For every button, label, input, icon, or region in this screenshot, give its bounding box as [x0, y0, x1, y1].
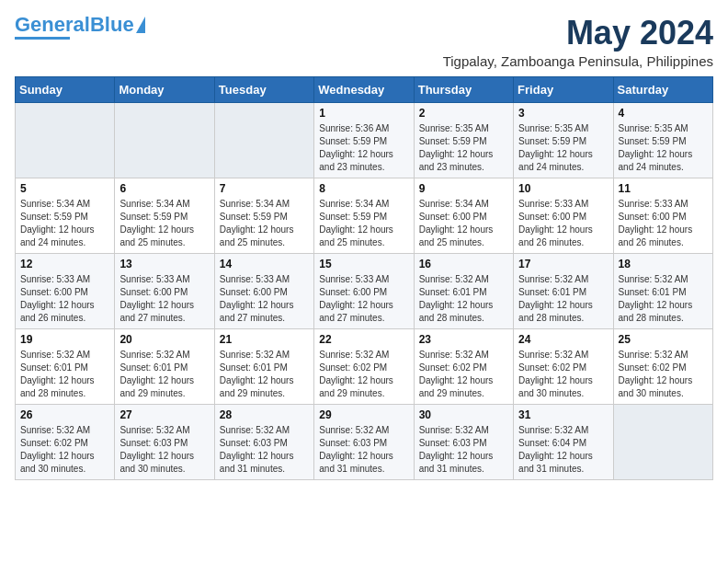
daylight-text: Daylight: 12 hours and 27 minutes.	[119, 299, 209, 325]
sunset-text: Sunset: 6:02 PM	[619, 362, 708, 374]
day-info: Sunrise: 5:32 AMSunset: 6:01 PMDaylight:…	[119, 349, 209, 400]
day-info: Sunrise: 5:32 AMSunset: 6:02 PMDaylight:…	[619, 349, 708, 400]
sunset-text: Sunset: 6:00 PM	[20, 286, 109, 299]
day-info: Sunrise: 5:33 AMSunset: 6:00 PMDaylight:…	[619, 198, 708, 249]
calendar-cell: 25Sunrise: 5:32 AMSunset: 6:02 PMDayligh…	[613, 328, 712, 404]
daylight-text: Daylight: 12 hours and 31 minutes.	[419, 450, 508, 476]
calendar-cell: 21Sunrise: 5:32 AMSunset: 6:01 PMDayligh…	[214, 328, 313, 404]
day-info: Sunrise: 5:32 AMSunset: 6:01 PMDaylight:…	[518, 273, 608, 325]
calendar-cell: 9Sunrise: 5:34 AMSunset: 6:00 PMDaylight…	[414, 178, 513, 253]
sunset-text: Sunset: 5:59 PM	[319, 135, 408, 148]
header-wednesday: Wednesday	[314, 76, 414, 102]
calendar-cell	[214, 102, 313, 178]
sunset-text: Sunset: 6:03 PM	[319, 437, 408, 450]
daylight-text: Daylight: 12 hours and 23 minutes.	[419, 148, 508, 174]
day-number: 4	[619, 107, 708, 120]
day-number: 16	[419, 258, 508, 270]
calendar-week-row: 5Sunrise: 5:34 AMSunset: 5:59 PMDaylight…	[16, 178, 713, 253]
sunset-text: Sunset: 6:00 PM	[119, 286, 209, 299]
sunset-text: Sunset: 6:00 PM	[220, 286, 309, 299]
day-info: Sunrise: 5:33 AMSunset: 6:00 PMDaylight:…	[220, 273, 309, 325]
day-info: Sunrise: 5:33 AMSunset: 6:00 PMDaylight:…	[319, 273, 408, 325]
sunset-text: Sunset: 5:59 PM	[518, 135, 608, 148]
sunset-text: Sunset: 6:00 PM	[619, 211, 708, 224]
day-info: Sunrise: 5:32 AMSunset: 6:01 PMDaylight:…	[220, 349, 309, 400]
sunrise-text: Sunrise: 5:33 AM	[220, 273, 309, 286]
sunset-text: Sunset: 6:00 PM	[518, 211, 608, 224]
logo-triangle-icon	[136, 17, 145, 33]
logo: GeneralBlue	[15, 15, 145, 40]
calendar-cell: 19Sunrise: 5:32 AMSunset: 6:01 PMDayligh…	[16, 328, 115, 404]
day-number: 2	[419, 107, 508, 120]
day-number: 28	[220, 408, 309, 421]
sunrise-text: Sunrise: 5:34 AM	[220, 198, 309, 211]
day-number: 1	[319, 107, 408, 120]
daylight-text: Daylight: 12 hours and 29 minutes.	[319, 374, 408, 400]
daylight-text: Daylight: 12 hours and 28 minutes.	[20, 374, 109, 400]
daylight-text: Daylight: 12 hours and 28 minutes.	[419, 299, 508, 325]
sunrise-text: Sunrise: 5:32 AM	[619, 273, 708, 286]
calendar-cell: 5Sunrise: 5:34 AMSunset: 5:59 PMDaylight…	[16, 178, 115, 253]
day-info: Sunrise: 5:32 AMSunset: 6:01 PMDaylight:…	[619, 273, 708, 325]
day-info: Sunrise: 5:32 AMSunset: 6:03 PMDaylight:…	[419, 424, 508, 476]
calendar-cell: 6Sunrise: 5:34 AMSunset: 5:59 PMDaylight…	[115, 178, 214, 253]
calendar-cell: 10Sunrise: 5:33 AMSunset: 6:00 PMDayligh…	[514, 178, 613, 253]
sunset-text: Sunset: 5:59 PM	[119, 211, 209, 224]
header-tuesday: Tuesday	[214, 76, 313, 102]
calendar-cell: 14Sunrise: 5:33 AMSunset: 6:00 PMDayligh…	[214, 253, 313, 328]
day-number: 29	[319, 408, 408, 421]
calendar-cell: 18Sunrise: 5:32 AMSunset: 6:01 PMDayligh…	[613, 253, 712, 328]
sunrise-text: Sunrise: 5:34 AM	[419, 198, 508, 211]
sunrise-text: Sunrise: 5:32 AM	[619, 349, 708, 362]
day-number: 3	[518, 107, 608, 120]
calendar-cell: 30Sunrise: 5:32 AMSunset: 6:03 PMDayligh…	[414, 404, 513, 479]
day-info: Sunrise: 5:35 AMSunset: 5:59 PMDaylight:…	[518, 122, 608, 174]
calendar-cell	[613, 404, 712, 479]
page-header: GeneralBlue May 2024 Tigpalay, Zamboanga…	[15, 15, 713, 69]
daylight-text: Daylight: 12 hours and 24 minutes.	[20, 224, 109, 249]
daylight-text: Daylight: 12 hours and 25 minutes.	[119, 224, 209, 249]
sunset-text: Sunset: 6:01 PM	[518, 286, 608, 299]
day-info: Sunrise: 5:32 AMSunset: 6:02 PMDaylight:…	[518, 349, 608, 400]
daylight-text: Daylight: 12 hours and 30 minutes.	[619, 374, 708, 400]
calendar-cell: 1Sunrise: 5:36 AMSunset: 5:59 PMDaylight…	[314, 102, 414, 178]
sunrise-text: Sunrise: 5:35 AM	[419, 122, 508, 135]
calendar-cell: 31Sunrise: 5:32 AMSunset: 6:04 PMDayligh…	[514, 404, 613, 479]
sunset-text: Sunset: 6:00 PM	[419, 211, 508, 224]
sunrise-text: Sunrise: 5:32 AM	[220, 424, 309, 437]
calendar-cell: 11Sunrise: 5:33 AMSunset: 6:00 PMDayligh…	[613, 178, 712, 253]
calendar-cell: 26Sunrise: 5:32 AMSunset: 6:02 PMDayligh…	[16, 404, 115, 479]
calendar-table: Sunday Monday Tuesday Wednesday Thursday…	[15, 76, 713, 480]
day-number: 19	[20, 333, 109, 346]
title-block: May 2024 Tigpalay, Zamboanga Peninsula, …	[443, 15, 713, 69]
header-friday: Friday	[514, 76, 613, 102]
sunset-text: Sunset: 6:02 PM	[419, 362, 508, 374]
sunrise-text: Sunrise: 5:35 AM	[518, 122, 608, 135]
day-info: Sunrise: 5:34 AMSunset: 5:59 PMDaylight:…	[220, 198, 309, 249]
sunset-text: Sunset: 6:03 PM	[220, 437, 309, 450]
day-info: Sunrise: 5:32 AMSunset: 6:01 PMDaylight:…	[419, 273, 508, 325]
sunrise-text: Sunrise: 5:34 AM	[20, 198, 109, 211]
daylight-text: Daylight: 12 hours and 29 minutes.	[419, 374, 508, 400]
day-number: 5	[20, 182, 109, 195]
calendar-cell: 22Sunrise: 5:32 AMSunset: 6:02 PMDayligh…	[314, 328, 414, 404]
daylight-text: Daylight: 12 hours and 25 minutes.	[220, 224, 309, 249]
logo-line	[15, 37, 70, 40]
calendar-cell: 28Sunrise: 5:32 AMSunset: 6:03 PMDayligh…	[214, 404, 313, 479]
sunset-text: Sunset: 6:02 PM	[518, 362, 608, 374]
daylight-text: Daylight: 12 hours and 30 minutes.	[119, 450, 209, 476]
sunrise-text: Sunrise: 5:33 AM	[518, 198, 608, 211]
day-number: 23	[419, 333, 508, 346]
daylight-text: Daylight: 12 hours and 26 minutes.	[20, 299, 109, 325]
sunrise-text: Sunrise: 5:35 AM	[619, 122, 708, 135]
calendar-cell: 16Sunrise: 5:32 AMSunset: 6:01 PMDayligh…	[414, 253, 513, 328]
sunrise-text: Sunrise: 5:32 AM	[518, 273, 608, 286]
daylight-text: Daylight: 12 hours and 23 minutes.	[319, 148, 408, 174]
sunset-text: Sunset: 6:01 PM	[220, 362, 309, 374]
sunrise-text: Sunrise: 5:32 AM	[119, 424, 209, 437]
day-number: 22	[319, 333, 408, 346]
day-info: Sunrise: 5:33 AMSunset: 6:00 PMDaylight:…	[119, 273, 209, 325]
day-number: 20	[119, 333, 209, 346]
sunset-text: Sunset: 6:01 PM	[119, 362, 209, 374]
day-number: 30	[419, 408, 508, 421]
